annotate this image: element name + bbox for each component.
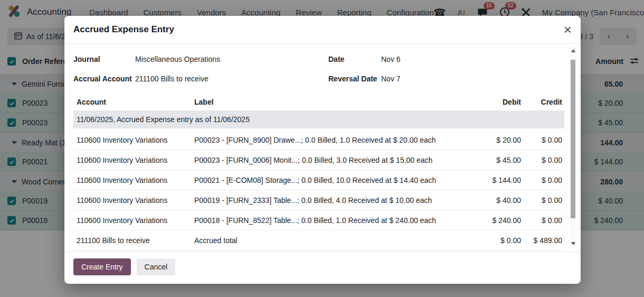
cell-label: Accrued total [194, 236, 463, 245]
cell-account: 110600 Inventory Variations [73, 156, 194, 164]
cell-label: P00023 - [FURN_8900] Drawe...; 0.0 Bille… [194, 136, 463, 144]
header-label: Label [194, 98, 463, 106]
scroll-up-arrow-icon[interactable] [571, 49, 575, 52]
cell-label: P00023 - [FURN_0006] Monit...; 0.0 Bille… [194, 156, 463, 164]
reversal-date-label: Reversal Date [328, 75, 381, 83]
cell-credit: $ 489.00 [521, 236, 564, 245]
date-field[interactable]: Date Nov 6 [319, 49, 564, 69]
table-row: 110600 Inventory Variations P00023 - [FU… [73, 130, 564, 150]
cell-credit: $ 0.00 [521, 216, 564, 225]
cell-label: P00021 - [E-COM08] Storage...; 0.0 Bille… [194, 176, 463, 184]
accrual-account-label: Accrual Account [73, 75, 135, 83]
cell-account: 110600 Inventory Variations [73, 196, 194, 205]
table-row-total: 211100 Bills to receive Accrued total $ … [73, 230, 564, 250]
table-row: 110600 Inventory Variations P00023 - [FU… [73, 150, 564, 170]
cell-credit: $ 0.00 [521, 156, 564, 164]
accrual-account-field[interactable]: Accrual Account 211100 Bills to receive [73, 69, 319, 88]
scrollbar-thumb[interactable] [571, 60, 575, 218]
preview-move-lines-table: Account Label Debit Credit 11/06/2025, A… [73, 94, 564, 250]
cell-account: 110600 Inventory Variations [73, 216, 194, 225]
table-row: 110600 Inventory Variations P00019 - [FU… [73, 190, 564, 210]
cell-debit: $ 20.00 [463, 136, 521, 144]
table-group-row: 11/06/2025, Accrued Expense entry as of … [73, 110, 564, 128]
dialog-body: Journal Miscellaneous Operations Date No… [64, 44, 581, 252]
table-row: 110600 Inventory Variations P00018 - [FU… [73, 210, 564, 230]
dialog-footer: Create Entry Cancel [64, 252, 581, 284]
reversal-date-value[interactable]: Nov 7 [381, 75, 401, 83]
date-value[interactable]: Nov 6 [381, 55, 401, 63]
cell-debit: $ 144.00 [463, 176, 521, 184]
table-header-row: Account Label Debit Credit [73, 94, 564, 110]
cancel-button[interactable]: Cancel [137, 258, 176, 275]
reversal-date-field[interactable]: Reversal Date Nov 7 [319, 69, 564, 88]
journal-value[interactable]: Miscellaneous Operations [135, 55, 220, 63]
date-label: Date [328, 55, 381, 63]
screen: Accounting Dashboard Customers Vendors A… [0, 0, 644, 297]
modal-scrollbar[interactable] [570, 46, 576, 248]
table-row: 110600 Inventory Variations P00021 - [E-… [73, 170, 564, 190]
cell-account: 110600 Inventory Variations [73, 136, 194, 144]
accrual-account-value[interactable]: 211100 Bills to receive [135, 75, 209, 83]
cell-debit: $ 40.00 [463, 196, 521, 205]
dialog-title: Accrued Expense Entry [73, 24, 174, 35]
cell-label: P00019 - [FURN_2333] Table...; 0.0 Bille… [194, 196, 463, 205]
cell-label: P00018 - [FURN_8522] Table...; 0.0 Bille… [194, 216, 463, 225]
cell-debit: $ 0.00 [463, 236, 521, 245]
accrued-expense-entry-dialog: Accrued Expense Entry × Journal Miscella… [64, 16, 581, 284]
wizard-fields: Journal Miscellaneous Operations Date No… [73, 49, 564, 88]
cell-account: 211100 Bills to receive [73, 236, 194, 245]
header-account: Account [73, 98, 194, 106]
journal-label: Journal [73, 55, 135, 63]
cell-debit: $ 240.00 [463, 216, 521, 225]
header-debit: Debit [463, 98, 521, 106]
group-row-label: 11/06/2025, Accrued Expense entry as of … [77, 115, 250, 124]
cell-debit: $ 45.00 [463, 156, 521, 164]
scroll-down-arrow-icon[interactable] [571, 242, 575, 245]
close-icon[interactable]: × [564, 23, 572, 36]
dialog-header: Accrued Expense Entry × [64, 16, 581, 44]
cell-credit: $ 0.00 [521, 196, 564, 205]
journal-field[interactable]: Journal Miscellaneous Operations [73, 49, 319, 69]
cell-credit: $ 0.00 [521, 176, 564, 184]
cell-account: 110600 Inventory Variations [73, 176, 194, 184]
header-credit: Credit [521, 98, 564, 106]
cell-credit: $ 0.00 [521, 136, 564, 144]
create-entry-button[interactable]: Create Entry [73, 258, 131, 275]
